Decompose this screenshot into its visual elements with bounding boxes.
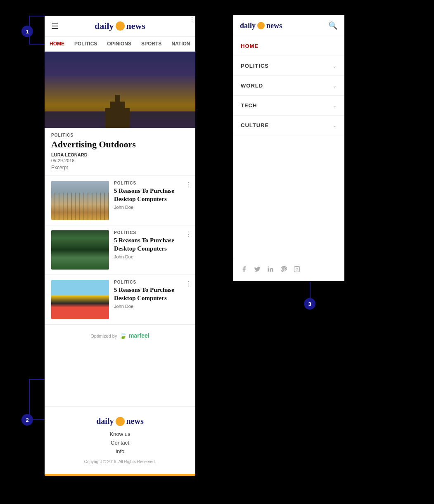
article-3-title[interactable]: 5 Reasons To Purchase Desktop Computers (114, 286, 189, 302)
svg-rect-1 (294, 266, 299, 272)
drawer-header: daily news 🔍 (233, 15, 344, 36)
svg-point-0 (268, 266, 269, 267)
hero-author: LURA LEONARD (51, 152, 189, 157)
twitter-icon[interactable] (254, 266, 261, 274)
marfeel-logo-text: marfeel (129, 332, 149, 339)
article-info-2: POLITICS 5 Reasons To Purchase Desktop C… (114, 230, 189, 270)
article-2-more-icon[interactable]: ⋮ (185, 230, 192, 238)
hero-date: 05-29-2018 (51, 158, 189, 163)
footer-logo-sun (116, 417, 125, 426)
drawer-nav-home[interactable]: HOME (233, 36, 344, 56)
drawer-nav-politics-label: POLITICS (241, 63, 269, 69)
logo: daily news (95, 21, 145, 31)
drawer-social (233, 259, 344, 281)
logo-text-after: news (126, 21, 145, 31)
article-info-3: POLITICS 5 Reasons To Purchase Desktop C… (114, 280, 189, 319)
footer-logo: daily news (51, 416, 189, 426)
chevron-down-icon-tech: ⌄ (332, 103, 337, 109)
nav-nation[interactable]: NATION (166, 37, 195, 51)
article-1-more-icon[interactable]: ⋮ (185, 181, 192, 189)
annotation-3: 3 (304, 298, 315, 310)
article-3-more-icon[interactable]: ⋮ (185, 280, 192, 288)
phone-content: POLITICS Advertising Outdoors ⋮ LURA LEO… (45, 52, 195, 406)
annotation-1: 1 (21, 26, 33, 37)
drawer-nav-culture[interactable]: CULTURE ⌄ (233, 116, 344, 135)
article-item-1: POLITICS 5 Reasons To Purchase Desktop C… (45, 176, 195, 225)
drawer-logo: daily news (240, 21, 282, 30)
right-drawer-panel: daily news 🔍 HOME POLITICS ⌄ WORLD ⌄ TEC… (233, 15, 344, 281)
article-2-category: POLITICS (114, 230, 189, 235)
footer-copyright: Copyright © 2019. All Rights Reserved. (51, 459, 189, 464)
chevron-down-icon-politics: ⌄ (332, 63, 337, 69)
hero-title[interactable]: Advertising Outdoors (51, 139, 136, 150)
annotation-3-line (310, 282, 311, 299)
drawer-nav-world[interactable]: WORLD ⌄ (233, 76, 344, 96)
article-item-2: POLITICS 5 Reasons To Purchase Desktop C… (45, 225, 195, 275)
drawer-logo-before: daily (240, 21, 256, 30)
article-thumb-1 (51, 181, 109, 220)
annotation-1-bracket-bottom (29, 44, 45, 45)
drawer-logo-after: news (266, 21, 282, 30)
annotation-2-bracket-top (29, 379, 45, 380)
nav-sports[interactable]: SPORTS (136, 37, 166, 51)
marfeel-leaf-icon: 🍃 (119, 331, 127, 339)
footer-links: Know us Contact Info (51, 431, 189, 454)
nav-politics[interactable]: POLITICS (69, 37, 102, 51)
article-thumb-2 (51, 230, 109, 270)
pinterest-icon[interactable] (280, 266, 287, 274)
footer-link-know-us[interactable]: Know us (51, 431, 189, 437)
footer-logo-before: daily (96, 416, 114, 426)
footer-logo-after: news (126, 416, 144, 426)
drawer-nav-tech-label: TECH (241, 102, 257, 109)
facebook-icon[interactable] (241, 266, 247, 274)
hero-article: POLITICS Advertising Outdoors ⋮ LURA LEO… (45, 128, 195, 176)
drawer-logo-sun (257, 22, 265, 29)
hamburger-icon[interactable]: ☰ (51, 21, 59, 31)
article-3-category: POLITICS (114, 280, 189, 284)
phone-header: ☰ daily news (45, 16, 195, 37)
instagram-icon[interactable] (294, 266, 300, 274)
article-item-3: POLITICS 5 Reasons To Purchase Desktop C… (45, 275, 195, 324)
search-icon[interactable]: 🔍 (328, 21, 337, 30)
nav-home[interactable]: HOME (45, 37, 69, 52)
marfeel-logo: 🍃 marfeel (119, 331, 149, 339)
yellow-bottom-bar (45, 474, 195, 476)
marfeel-bar: Optimized by 🍃 marfeel (45, 324, 195, 346)
annotation-2: 2 (21, 414, 33, 426)
article-thumb-3 (51, 280, 109, 319)
article-2-author: John Doe (114, 254, 189, 259)
article-3-author: John Doe (114, 304, 189, 309)
article-info-1: POLITICS 5 Reasons To Purchase Desktop C… (114, 181, 189, 220)
article-1-title[interactable]: 5 Reasons To Purchase Desktop Computers (114, 187, 189, 203)
marfeel-optimized-text: Optimized by (90, 334, 117, 338)
footer-link-contact[interactable]: Contact (51, 440, 189, 446)
article-1-category: POLITICS (114, 181, 189, 185)
footer-link-info[interactable]: Info (51, 448, 189, 454)
phone-nav: HOME POLITICS OPINIONS SPORTS NATION (45, 37, 195, 52)
linkedin-icon[interactable] (267, 266, 274, 274)
chevron-down-icon-culture: ⌄ (332, 123, 337, 128)
drawer-nav-tech[interactable]: TECH ⌄ (233, 96, 344, 116)
drawer-nav: HOME POLITICS ⌄ WORLD ⌄ TECH ⌄ CULTURE ⌄ (233, 36, 344, 259)
article-1-author: John Doe (114, 205, 189, 210)
hero-excerpt: Excerpt (51, 165, 189, 170)
hero-image (45, 52, 195, 128)
logo-text-before: daily (95, 21, 114, 31)
drawer-nav-culture-label: CULTURE (241, 122, 269, 128)
hero-category: POLITICS (51, 133, 189, 137)
drawer-overlay (344, 15, 386, 281)
chevron-down-icon-world: ⌄ (332, 83, 337, 89)
phone-footer: daily news Know us Contact Info Copyrigh… (45, 406, 195, 474)
drawer-nav-home-label: HOME (241, 43, 259, 49)
logo-sun-icon (116, 21, 125, 31)
drawer-nav-politics[interactable]: POLITICS ⌄ (233, 56, 344, 76)
nav-opinions[interactable]: OPINIONS (102, 37, 136, 51)
article-2-title[interactable]: 5 Reasons To Purchase Desktop Computers (114, 237, 189, 253)
left-phone-panel: ☰ daily news HOME POLITICS OPINIONS SPOR… (45, 16, 195, 476)
annotation-1-bracket-top (29, 16, 45, 17)
drawer-nav-world-label: WORLD (241, 83, 263, 89)
